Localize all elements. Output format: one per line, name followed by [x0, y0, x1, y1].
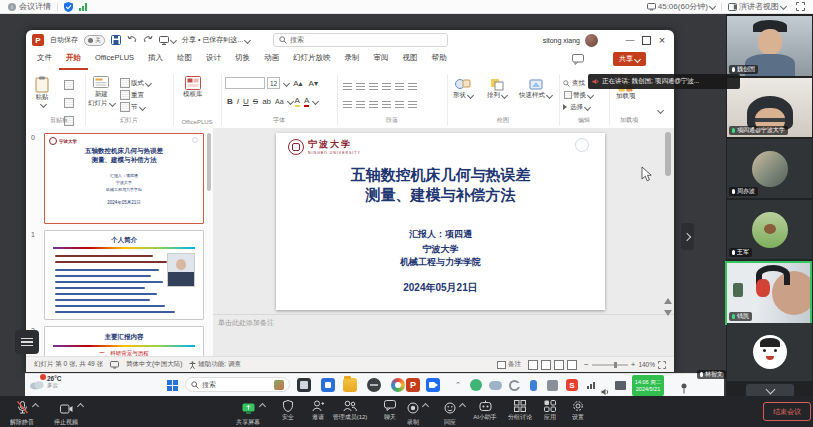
tab-record[interactable]: 录制: [338, 50, 367, 68]
next-slide-button[interactable]: [664, 310, 672, 316]
strikethrough-button[interactable]: S: [253, 97, 258, 106]
wechat-tray-icon[interactable]: [470, 379, 482, 391]
zoom-out-button[interactable]: −: [584, 360, 589, 369]
folder-tray-icon[interactable]: [615, 381, 626, 390]
stop-video-button[interactable]: 停止视频: [46, 398, 86, 424]
chevron-up-icon[interactable]: [76, 403, 83, 410]
notes-placeholder[interactable]: 单击此处添加备注: [218, 318, 274, 328]
normal-view-button[interactable]: [528, 360, 538, 370]
layout-button[interactable]: 版式: [119, 77, 151, 89]
participant-tile[interactable]: 魏创国: [727, 16, 812, 76]
zoom-control[interactable]: − + 140%: [584, 360, 666, 369]
undo-icon[interactable]: [127, 35, 137, 45]
network-tray-icon[interactable]: [587, 382, 595, 389]
accessibility-status[interactable]: 辅助功能: 调查: [189, 360, 241, 369]
prev-slide-button[interactable]: [664, 298, 672, 304]
italic-button[interactable]: I: [237, 97, 239, 106]
tab-insert[interactable]: 插入: [141, 50, 170, 68]
change-case-button[interactable]: Aa: [275, 98, 284, 105]
underline-button[interactable]: U: [243, 97, 249, 106]
replace-button[interactable]: 替换: [563, 89, 593, 101]
font-color-button[interactable]: A: [304, 96, 309, 107]
record-button[interactable]: 录制: [399, 398, 427, 424]
shrink-font-button[interactable]: A▾: [309, 79, 318, 88]
breakout-rooms-button[interactable]: 分组讨论: [502, 398, 538, 424]
collapse-ribbon-chevron[interactable]: [657, 107, 664, 114]
chevron-up-icon[interactable]: [31, 403, 38, 410]
chevron-up-icon[interactable]: [459, 403, 466, 410]
search-box[interactable]: 搜索: [273, 33, 448, 47]
reading-view-button[interactable]: [554, 360, 564, 370]
minimize-button[interactable]: —: [622, 33, 638, 47]
security-button[interactable]: 安全: [276, 398, 300, 424]
canvas-scrollbar[interactable]: [665, 132, 671, 176]
section-button[interactable]: 节: [119, 101, 151, 113]
reactions-button[interactable]: 回应: [436, 398, 464, 424]
slide-thumbnail-1[interactable]: 个人简介: [44, 230, 204, 320]
tab-design[interactable]: 设计: [199, 50, 228, 68]
taskbar-clock[interactable]: 14:06 周二 2024/5/21: [632, 375, 664, 396]
present-icon[interactable]: [159, 36, 176, 45]
close-button[interactable]: ×: [654, 33, 670, 47]
cloud-tray-icon[interactable]: [489, 381, 502, 390]
slideshow-button[interactable]: [567, 360, 577, 370]
weather-widget[interactable]: 26°C 多云: [29, 375, 62, 388]
bold-button[interactable]: B: [227, 97, 233, 106]
sogou-tray-icon[interactable]: S: [566, 379, 578, 391]
shield-icon[interactable]: [64, 2, 73, 12]
tab-review[interactable]: 审阅: [367, 50, 396, 68]
taskview-icon[interactable]: [297, 378, 311, 392]
settings-button[interactable]: 设置: [566, 398, 590, 424]
start-button[interactable]: [167, 380, 178, 391]
char-spacing-button[interactable]: ab: [262, 97, 271, 106]
font-name-box[interactable]: [225, 77, 265, 89]
restore-button[interactable]: [638, 33, 654, 47]
thumbnail-scrollbar[interactable]: [207, 133, 211, 191]
reset-button[interactable]: 重置: [119, 89, 151, 101]
comment-icon[interactable]: [572, 54, 584, 65]
avatar[interactable]: [585, 34, 598, 47]
ai-assistant-button[interactable]: AI小助手: [467, 398, 503, 424]
tab-animations[interactable]: 动画: [257, 50, 286, 68]
language-indicator[interactable]: 简体中文(中国大陆): [126, 360, 182, 369]
meeting-details-button[interactable]: i 会议详情: [8, 1, 51, 12]
mic-tray-icon[interactable]: [530, 380, 537, 391]
account-name[interactable]: sitong xiang: [543, 37, 580, 44]
highlight-button[interactable]: A: [295, 96, 300, 107]
fit-slide-icon[interactable]: [658, 361, 666, 369]
lang-tray-icon[interactable]: [547, 380, 558, 391]
tab-officeplus[interactable]: OfficePLUS: [88, 50, 141, 68]
arrange-button[interactable]: 排列: [487, 78, 507, 100]
unmute-button[interactable]: 解除静音: [2, 398, 42, 424]
slide-thumbnail-2[interactable]: 主要汇报内容 一、科研背景与历程: [44, 326, 204, 356]
tab-file[interactable]: 文件: [30, 50, 59, 68]
redo-icon[interactable]: [143, 35, 153, 45]
shapes-button[interactable]: 形状: [453, 78, 473, 100]
chevron-up-icon[interactable]: [258, 403, 265, 410]
menu-toggle-button[interactable]: [15, 330, 39, 354]
store-icon[interactable]: [321, 378, 335, 392]
file-explorer-icon[interactable]: [343, 378, 357, 392]
participant-tile[interactable]: 林智文: [727, 323, 812, 381]
meeting-timer[interactable]: 45:06(60分钟): [647, 1, 715, 12]
share-screen-button[interactable]: 共享屏幕: [228, 398, 268, 424]
zoom-in-button[interactable]: +: [631, 360, 636, 369]
powerpoint-taskbar-icon[interactable]: P: [406, 378, 420, 392]
apps-button[interactable]: 应用: [538, 398, 562, 424]
slide-editor[interactable]: 宁波大学 NINGBO UNIVERSITY 五轴数控机床几何与热误差 测量、建…: [276, 133, 605, 310]
slide-thumbnail-0[interactable]: 宁波大学 五轴数控机床几何与热误差 测量、建模与补偿方法 汇报人：项四通 宁波大…: [44, 133, 204, 224]
list-buttons[interactable]: [341, 78, 419, 96]
participant-tile[interactable]: 周亦波: [727, 139, 812, 198]
align-buttons[interactable]: [341, 96, 419, 114]
font-size-box[interactable]: 12: [267, 77, 280, 89]
tray-expand-chevron[interactable]: ⌃: [455, 381, 461, 389]
chevron-up-icon[interactable]: [422, 403, 429, 410]
sidebar-expand-button[interactable]: [681, 223, 694, 250]
new-slide-button[interactable]: 新建 幻灯片: [88, 76, 115, 108]
taskbar-search[interactable]: 搜索: [185, 377, 290, 392]
browser-icon[interactable]: [391, 378, 405, 392]
save-icon[interactable]: [111, 35, 121, 45]
display-settings-icon[interactable]: [110, 361, 119, 369]
grow-font-button[interactable]: A▴: [293, 79, 302, 88]
notes-button[interactable]: 备注: [497, 360, 521, 369]
